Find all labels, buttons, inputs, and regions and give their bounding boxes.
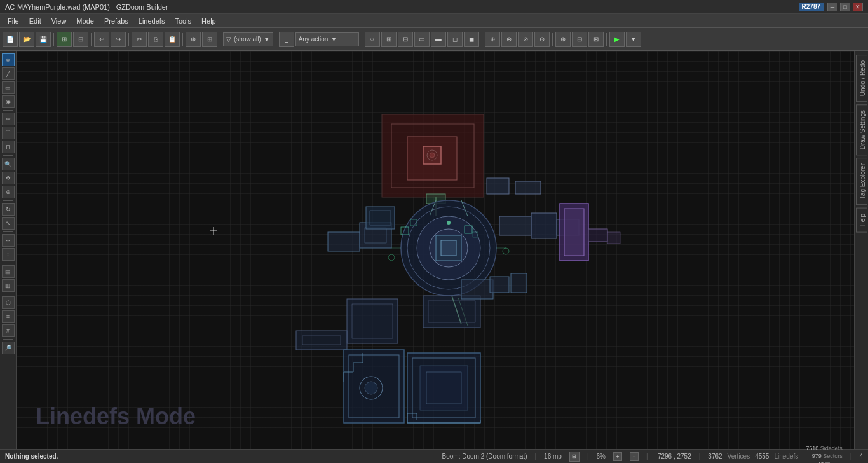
map-canvas[interactable]: Linedefs Mode bbox=[17, 51, 854, 449]
tool-tag[interactable]: # bbox=[2, 324, 15, 337]
lt-sep-7 bbox=[3, 339, 13, 340]
snap-btn[interactable]: ⊕ bbox=[186, 32, 201, 47]
lt-sep-2 bbox=[3, 155, 13, 156]
cut-button[interactable]: ✂ bbox=[132, 32, 147, 47]
tool-snap[interactable]: ⊕ bbox=[2, 186, 15, 198]
lt-sep-5 bbox=[3, 263, 13, 263]
new-button[interactable]: 📄 bbox=[3, 32, 18, 47]
tool-sectors[interactable]: ▭ bbox=[2, 81, 15, 94]
play-options[interactable]: ▼ bbox=[626, 32, 641, 47]
menu-help[interactable]: Help bbox=[196, 16, 221, 26]
zoom-level: 6% bbox=[597, 453, 606, 460]
view-btn-4[interactable]: ▭ bbox=[414, 32, 430, 47]
lt-sep-4 bbox=[3, 232, 13, 232]
tool-scale[interactable]: ⤡ bbox=[2, 217, 15, 230]
view-btn-7[interactable]: ◼ bbox=[464, 32, 479, 47]
lt-sep-3 bbox=[3, 200, 13, 201]
extra-btn-3[interactable]: ⊠ bbox=[588, 32, 604, 47]
r-badge: R2787 bbox=[799, 3, 824, 11]
paste-button[interactable]: 📋 bbox=[165, 32, 180, 47]
svg-rect-43 bbox=[490, 277, 509, 293]
extra-btn-1[interactable]: ⊕ bbox=[555, 32, 571, 47]
svg-rect-39 bbox=[420, 366, 468, 410]
close-button[interactable]: ✕ bbox=[853, 3, 863, 11]
svg-rect-42 bbox=[515, 181, 541, 194]
undo-button[interactable]: ↩ bbox=[94, 32, 109, 47]
action-label: Any action bbox=[299, 36, 329, 43]
tool-bridge[interactable]: ⊓ bbox=[2, 141, 15, 153]
menu-edit[interactable]: Edit bbox=[24, 16, 46, 26]
view-btn-3[interactable]: ⊟ bbox=[398, 32, 413, 47]
action-dropdown[interactable]: Any action ▼ bbox=[295, 32, 359, 46]
menu-prefabs[interactable]: Prefabs bbox=[99, 16, 133, 26]
tool-curve[interactable]: ⌒ bbox=[2, 127, 15, 139]
render-btn-2[interactable]: ⊗ bbox=[501, 32, 517, 47]
separator2: | bbox=[587, 453, 589, 460]
tool-tex-1[interactable]: ▤ bbox=[2, 265, 15, 278]
filter-dropdown[interactable]: ▽ (show all) ▼ bbox=[223, 32, 273, 46]
menu-file[interactable]: File bbox=[3, 16, 24, 26]
vertices-label: Vertices bbox=[728, 453, 750, 460]
play-button[interactable]: ▶ bbox=[609, 32, 625, 47]
tool-3d[interactable]: ⬡ bbox=[2, 296, 15, 309]
separator-2 bbox=[91, 33, 92, 46]
tool-flip-h[interactable]: ↔ bbox=[2, 234, 15, 247]
svg-point-5 bbox=[430, 153, 435, 158]
zoom-out-btn[interactable]: − bbox=[630, 452, 639, 461]
svg-rect-25 bbox=[607, 232, 620, 244]
render-btn-4[interactable]: ⊙ bbox=[534, 32, 550, 47]
grid-btn[interactable]: ⊞ bbox=[202, 32, 217, 47]
tool-pan[interactable]: ✥ bbox=[2, 172, 15, 184]
view-btn-6[interactable]: ◻ bbox=[447, 32, 463, 47]
separator-10 bbox=[606, 33, 607, 46]
svg-point-36 bbox=[365, 382, 377, 394]
tab-draw-settings[interactable]: Draw Settings bbox=[856, 104, 867, 155]
tab-undo-redo[interactable]: Undo / Redo bbox=[856, 55, 867, 102]
filter-label: (show all) bbox=[234, 36, 261, 43]
linetype-icon: ⎯ bbox=[279, 32, 294, 47]
tool-linedefs[interactable]: ╱ bbox=[2, 67, 15, 80]
tool-rotate[interactable]: ↻ bbox=[2, 203, 15, 216]
tool-flip-v[interactable]: ↕ bbox=[2, 248, 15, 261]
render-btn-3[interactable]: ⊘ bbox=[518, 32, 533, 47]
sidedefs-count: 7510 bbox=[806, 445, 818, 452]
copy-button[interactable]: ⎘ bbox=[148, 32, 163, 47]
view-btn-5[interactable]: ▬ bbox=[431, 32, 446, 47]
tool-search[interactable]: 🔎 bbox=[2, 342, 15, 354]
zoom-in-btn[interactable]: + bbox=[613, 452, 622, 461]
separator-7 bbox=[362, 33, 362, 46]
view-btn-2[interactable]: ⊞ bbox=[381, 32, 397, 47]
tool-things[interactable]: ◉ bbox=[2, 95, 15, 108]
minimize-button[interactable]: ─ bbox=[827, 3, 837, 11]
redo-button[interactable]: ↪ bbox=[111, 32, 126, 47]
stats-full-panel: 7510 Sidedefs 979 Sectors 42 Things bbox=[806, 445, 843, 463]
sidedefs-label: Sidedefs bbox=[820, 445, 843, 452]
open-button[interactable]: 📂 bbox=[19, 32, 34, 47]
extra-number: 4 bbox=[859, 453, 863, 460]
menu-view[interactable]: View bbox=[46, 16, 72, 26]
tool-script[interactable]: ≡ bbox=[2, 310, 15, 323]
view-btn-1[interactable]: ☼ bbox=[365, 32, 380, 47]
menu-mode[interactable]: Mode bbox=[71, 16, 99, 26]
map-viewport[interactable] bbox=[17, 51, 854, 449]
save-button[interactable]: 💾 bbox=[36, 32, 51, 47]
render-btn-1[interactable]: ⊕ bbox=[485, 32, 500, 47]
left-toolbar: ◈ ╱ ▭ ◉ ✏ ⌒ ⊓ 🔍 ✥ ⊕ ↻ ⤡ ↔ ↕ ▤ ▥ ⬡ ≡ # 🔎 bbox=[0, 51, 17, 449]
mode-btn-1[interactable]: ⊞ bbox=[57, 32, 72, 47]
menu-bar: File Edit View Mode Prefabs Linedefs Too… bbox=[0, 14, 868, 28]
maximize-button[interactable]: □ bbox=[840, 3, 850, 11]
tool-vertices[interactable]: ◈ bbox=[2, 53, 15, 66]
mode-btn-2[interactable]: ⊟ bbox=[73, 32, 88, 47]
tab-tag-explorer[interactable]: Tag Explorer bbox=[856, 158, 867, 205]
tool-tex-2[interactable]: ▥ bbox=[2, 279, 15, 292]
tool-draw[interactable]: ✏ bbox=[2, 113, 15, 125]
extra-btn-2[interactable]: ⊟ bbox=[572, 32, 587, 47]
grid-lock[interactable]: ⊞ bbox=[569, 452, 580, 462]
menu-linedefs[interactable]: Linedefs bbox=[133, 16, 170, 26]
tab-help[interactable]: Help bbox=[856, 208, 867, 233]
toolbar: 📄 📂 💾 ⊞ ⊟ ↩ ↪ ✂ ⎘ 📋 ⊕ ⊞ ▽ (show all) ▼ ⎯… bbox=[0, 28, 868, 51]
svg-rect-26 bbox=[423, 296, 480, 328]
tool-zoom[interactable]: 🔍 bbox=[2, 158, 15, 170]
menu-tools[interactable]: Tools bbox=[170, 16, 196, 26]
separator3: | bbox=[646, 453, 648, 460]
